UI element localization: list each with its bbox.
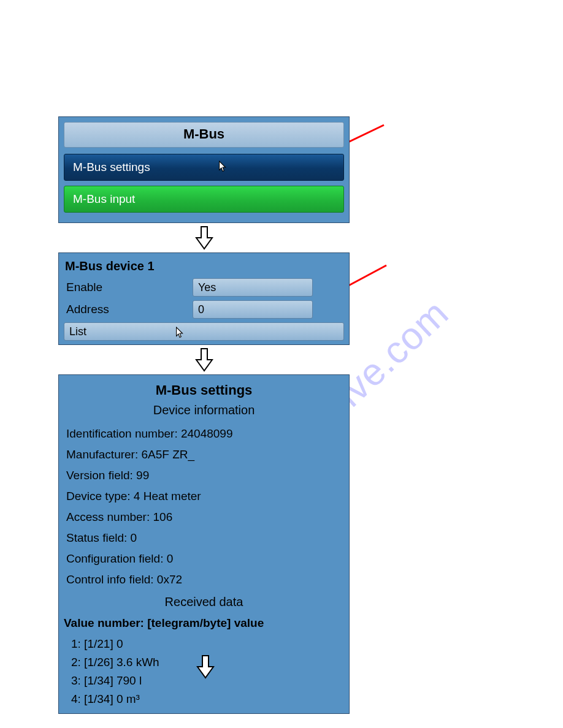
manufacturer: Manufacturer: 6A5F ZR_	[64, 444, 344, 465]
device-information-heading: Device information	[64, 403, 344, 417]
control-info-field: Control info field: 0x72	[64, 569, 344, 590]
data-value-4: 4: [1/34] 0 m³	[64, 690, 344, 708]
address-field[interactable]: 0	[193, 300, 313, 319]
settings-title: M-Bus settings	[64, 382, 344, 398]
flow-arrow-down-icon	[194, 226, 215, 250]
address-row: Address 0	[64, 300, 344, 319]
data-value-1: 1: [1/21] 0	[64, 635, 344, 653]
enable-field[interactable]: Yes	[193, 278, 313, 297]
mbus-settings-button[interactable]: M-Bus settings	[64, 154, 344, 181]
enable-label: Enable	[64, 281, 193, 294]
enable-row: Enable Yes	[64, 278, 344, 297]
flow-arrow-down-icon	[195, 654, 216, 679]
flow-arrow-down-icon	[194, 347, 215, 372]
identification-number: Identification number: 24048099	[64, 423, 344, 444]
configuration-field: Configuration field: 0	[64, 548, 344, 569]
mbus-title-bar: M-Bus	[64, 122, 344, 148]
mbus-settings-detail-panel: M-Bus settings Device information Identi…	[58, 374, 350, 714]
mbus-input-button[interactable]: M-Bus input	[64, 186, 344, 213]
mbus-main-panel: M-Bus M-Bus settings M-Bus input	[58, 116, 350, 223]
mbus-device-panel: M-Bus device 1 Enable Yes Address 0 List	[58, 252, 350, 345]
list-label: List	[69, 325, 86, 338]
device-type: Device type: 4 Heat meter	[64, 486, 344, 507]
mbus-device-title: M-Bus device 1	[64, 257, 344, 278]
value-number-header: Value number: [telegram/byte] value	[64, 614, 344, 635]
cursor-icon	[174, 327, 185, 340]
version-field: Version field: 99	[64, 465, 344, 486]
mbus-settings-label: M-Bus settings	[73, 161, 150, 173]
mbus-input-label: M-Bus input	[73, 192, 135, 205]
received-data-heading: Received data	[64, 595, 344, 609]
cursor-icon	[216, 161, 228, 174]
access-number: Access number: 106	[64, 507, 344, 528]
list-button[interactable]: List	[64, 322, 344, 341]
status-field: Status field: 0	[64, 528, 344, 548]
address-label: Address	[64, 303, 193, 316]
